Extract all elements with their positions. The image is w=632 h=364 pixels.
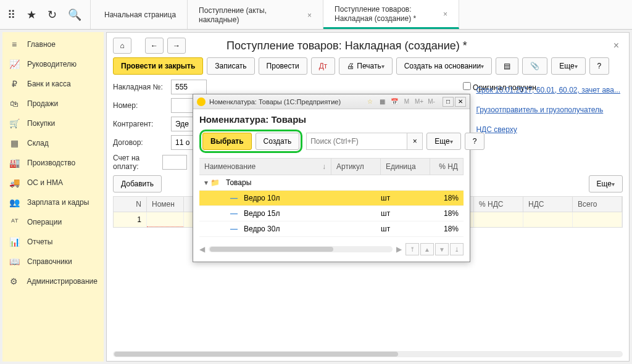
link-payment-terms[interactable]: Срок 10.01.2017, 60.01, 60.02, зачет ава…: [476, 86, 620, 94]
th-unit[interactable]: Единица: [381, 159, 430, 175]
table-row[interactable]: —Ведро 30л шт 18%: [199, 221, 464, 237]
help-button[interactable]: ?: [589, 57, 610, 75]
calc-icon[interactable]: ▦: [377, 97, 387, 107]
create-based-button[interactable]: Создать на основании: [396, 57, 493, 75]
sidebar-item-purchases[interactable]: 🛒Покупки: [2, 114, 104, 133]
post-button[interactable]: Провести: [259, 57, 307, 75]
contract-label: Договор:: [113, 138, 165, 147]
m-minus-icon[interactable]: M-: [426, 97, 436, 107]
create-button[interactable]: Создать: [256, 133, 300, 150]
home-button[interactable]: ⌂: [113, 38, 131, 54]
tab-label: Поступление (акты, накладные): [199, 6, 301, 25]
star-icon[interactable]: ☆: [365, 97, 375, 107]
star-icon[interactable]: ★: [27, 8, 36, 22]
dialog-more-button[interactable]: Еще: [426, 133, 460, 150]
print-button[interactable]: 🖨Печать: [339, 57, 392, 75]
page-title: Поступление товаров: Накладная (создание…: [227, 39, 606, 52]
tab-home[interactable]: Начальная страница: [93, 0, 188, 29]
sidebar-item-salary[interactable]: 👥Зарплата и кадры: [2, 192, 104, 212]
menu-icon: ≡: [9, 39, 20, 49]
add-button[interactable]: Добавить: [113, 175, 162, 192]
sidebar-item-manager[interactable]: 📈Руководителю: [2, 54, 104, 74]
nomenclature-table: Наименование↓ Артикул Единица % НД ▾ 📁 Т…: [199, 158, 464, 237]
sidebar-item-label: Отчеты: [27, 238, 52, 246]
contract-input[interactable]: [171, 135, 196, 150]
sidebar-item-label: Продажи: [27, 99, 58, 108]
dialog-heading: Номенклатура: Товары: [199, 114, 464, 125]
original-checkbox[interactable]: [463, 82, 471, 90]
doc-button[interactable]: ▤: [496, 57, 518, 75]
table-row[interactable]: —Ведро 10л шт 18%: [199, 191, 464, 206]
horizontal-scrollbar[interactable]: [113, 351, 623, 357]
sidebar-item-production[interactable]: 🏭Производство: [2, 153, 104, 173]
truck-icon: 🚚: [9, 178, 20, 188]
forward-button[interactable]: →: [167, 38, 186, 54]
link-nds[interactable]: НДС сверху: [476, 125, 620, 134]
invoice-input[interactable]: [171, 80, 207, 94]
counterparty-input[interactable]: [171, 117, 196, 131]
dialog-help-button[interactable]: ?: [465, 133, 485, 150]
more-button[interactable]: Еще: [551, 57, 585, 75]
th-n[interactable]: N: [114, 197, 147, 212]
sidebar-item-reports[interactable]: 📊Отчеты: [2, 232, 104, 252]
save-button[interactable]: Записать: [207, 57, 254, 75]
nav-last-icon[interactable]: ⤓: [450, 243, 464, 255]
link-shipper[interactable]: Грузоотправитель и грузополучатель: [476, 105, 620, 114]
item-icon: —: [230, 225, 238, 233]
search-input[interactable]: [306, 133, 407, 150]
dkt-button[interactable]: Дт: [311, 57, 336, 75]
maximize-icon[interactable]: □: [443, 97, 454, 107]
m-icon[interactable]: M: [402, 97, 412, 107]
table-row[interactable]: —Ведро 15л шт 18%: [199, 206, 464, 221]
sidebar-item-admin[interactable]: ⚙Администрирование: [2, 271, 104, 291]
tab-receipts[interactable]: Поступление (акты, накладные)×: [188, 0, 323, 29]
nav-up-icon[interactable]: ▲: [420, 243, 434, 255]
sidebar-item-dictionaries[interactable]: 📖Справочники: [2, 252, 104, 271]
nav-down-icon[interactable]: ▼: [435, 243, 449, 255]
account-input[interactable]: [162, 155, 187, 170]
m-plus-icon[interactable]: M+: [414, 97, 424, 107]
sort-desc-icon[interactable]: ↓: [322, 162, 326, 171]
apps-icon[interactable]: ⠿: [7, 8, 15, 22]
history-icon[interactable]: ↻: [48, 8, 57, 22]
sidebar-item-main[interactable]: ≡Главное: [2, 35, 104, 54]
th-article[interactable]: Артикул: [331, 159, 381, 175]
item-name: Ведро 30л: [244, 225, 280, 233]
sidebar-item-bank[interactable]: ₽Банк и касса: [2, 74, 104, 94]
sidebar-item-sales[interactable]: 🛍Продажи: [2, 94, 104, 114]
bag-icon: 🛍: [9, 99, 20, 109]
folder-row[interactable]: ▾ 📁 Товары: [199, 175, 464, 191]
factory-icon: 🏭: [9, 158, 20, 168]
th-nomen[interactable]: Номен: [147, 197, 184, 212]
close-icon[interactable]: ×: [443, 10, 447, 19]
nav-first-icon[interactable]: ⤒: [405, 243, 419, 255]
th-nds[interactable]: % НД: [430, 159, 464, 175]
th-name[interactable]: Наименование↓: [199, 159, 331, 175]
dialog-titlebar[interactable]: Номенклатура: Товары (1С:Предприятие) ☆ …: [193, 94, 470, 109]
sidebar-item-operations[interactable]: ᴬᵀОперации: [2, 212, 104, 232]
close-icon[interactable]: ×: [610, 40, 623, 51]
invoice-label: Накладная №:: [113, 83, 165, 91]
sidebar-item-label: ОС и НМА: [27, 178, 63, 187]
close-icon[interactable]: ×: [307, 11, 312, 20]
calendar-icon[interactable]: 📅: [389, 97, 399, 107]
post-and-close-button[interactable]: Провести и закрыть: [113, 57, 203, 75]
search-icon[interactable]: 🔍: [68, 8, 81, 22]
tab-receipt-create[interactable]: Поступление товаров: Накладная (создание…: [323, 0, 459, 29]
attach-button[interactable]: 📎: [522, 57, 547, 75]
th-pctnds[interactable]: % НДС: [474, 197, 523, 212]
sidebar-item-assets[interactable]: 🚚ОС и НМА: [2, 173, 104, 192]
modal-scrollbar[interactable]: [209, 246, 393, 252]
scroll-right-icon[interactable]: ▶: [396, 245, 402, 254]
back-button[interactable]: ←: [145, 38, 164, 54]
scroll-left-icon[interactable]: ◀: [199, 245, 205, 254]
close-icon[interactable]: ✕: [455, 97, 466, 107]
table-more-button[interactable]: Еще: [589, 175, 623, 192]
dialog-title: Номенклатура: Товары (1С:Предприятие): [209, 98, 361, 105]
th-nds[interactable]: НДС: [523, 197, 573, 212]
search-clear-icon[interactable]: ×: [407, 133, 423, 150]
select-button[interactable]: Выбрать: [202, 133, 252, 150]
th-total[interactable]: Всего: [573, 197, 622, 212]
cell-nomen[interactable]: [147, 212, 184, 227]
sidebar-item-stock[interactable]: ▦Склад: [2, 133, 104, 153]
